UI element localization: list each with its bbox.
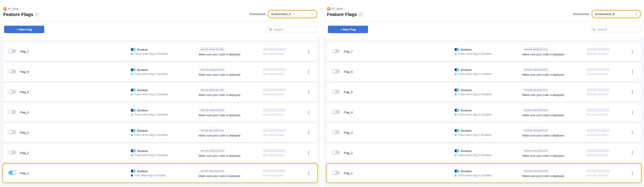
evaluations-bar xyxy=(587,48,610,51)
row-menu-button[interactable] xyxy=(632,171,633,176)
row-menu-button[interactable] xyxy=(632,69,633,74)
flag-toggle[interactable] xyxy=(332,130,340,134)
flag-type-label: Boolean xyxy=(461,149,472,152)
flag-row: Flag_5 Boolean False when flag is Disabl… xyxy=(327,83,641,101)
flag-toggle-cell xyxy=(8,130,20,135)
flag-toggle-cell xyxy=(332,49,344,54)
row-menu-button[interactable] xyxy=(632,130,633,135)
row-menu-button[interactable] xyxy=(308,110,310,115)
flag-toggle[interactable] xyxy=(8,130,16,134)
panel-environment-a: FF_Docs › Feature Flags i Environment En… xyxy=(0,0,320,187)
flag-evaluations-cell: NO EVALUATIONS xyxy=(587,88,628,96)
search-input[interactable] xyxy=(597,28,638,32)
row-menu-button[interactable] xyxy=(632,90,633,95)
flag-toggle[interactable] xyxy=(8,110,16,114)
default-rule-dot xyxy=(131,174,133,176)
flag-toggle[interactable] xyxy=(8,49,16,53)
row-menu-button[interactable] xyxy=(308,69,310,74)
flag-type-label: Boolean xyxy=(137,68,148,72)
flag-toggle[interactable] xyxy=(332,49,340,53)
evaluations-bar xyxy=(263,129,286,132)
toggle-knob xyxy=(332,110,336,114)
row-menu-button[interactable] xyxy=(308,150,310,156)
status-badge: NEVER-REQUESTED xyxy=(198,128,226,132)
boolean-type-icon xyxy=(454,129,459,132)
flag-toggle[interactable] xyxy=(332,69,340,74)
flag-toggle[interactable] xyxy=(8,150,16,154)
breadcrumb-project-link[interactable]: FF_Docs xyxy=(332,8,343,10)
flag-type-label: Boolean xyxy=(137,149,148,152)
status-badge: NEVER-REQUESTED xyxy=(198,149,226,153)
flag-toggle-cell xyxy=(332,69,344,74)
new-flag-button[interactable]: + New Flag xyxy=(4,26,44,33)
boolean-type-icon xyxy=(454,68,459,71)
environment-group: Environment Environment_B xyxy=(573,10,641,18)
info-icon[interactable]: i xyxy=(359,13,362,16)
evaluations-label: NO EVALUATIONS xyxy=(263,93,304,96)
info-icon[interactable]: i xyxy=(35,13,38,16)
search-input[interactable] xyxy=(274,28,314,32)
default-rule-dot xyxy=(454,73,457,75)
evaluations-label: NO EVALUATIONS xyxy=(587,93,628,96)
default-rule-dot xyxy=(454,154,457,156)
flag-toggle[interactable] xyxy=(8,69,16,74)
flag-toggle-cell xyxy=(332,150,344,156)
status-badge: NEVER-REQUESTED xyxy=(198,68,226,72)
evaluations-bar xyxy=(587,149,610,152)
flag-evaluations-cell: NO EVALUATIONS xyxy=(587,68,628,76)
panel-toolbar: + New Flag xyxy=(324,22,644,37)
environment-group: Environment Environment_A xyxy=(250,10,317,18)
evaluations-label: NO EVALUATIONS xyxy=(263,154,304,156)
flag-name: Flag_4 xyxy=(344,111,454,114)
flag-toggle[interactable] xyxy=(332,171,340,175)
search-box xyxy=(267,26,317,33)
environment-label: Environment xyxy=(573,12,589,16)
flag-toggle[interactable] xyxy=(8,90,16,94)
flag-type-cell: Boolean False when flag is Disabled xyxy=(131,109,198,116)
evaluations-bar xyxy=(587,129,610,132)
row-menu-button[interactable] xyxy=(632,110,633,115)
new-flag-button[interactable]: + New Flag xyxy=(328,26,368,33)
flag-row: Flag_1 Boolean False when flag is Disabl… xyxy=(327,164,641,182)
row-menu-button[interactable] xyxy=(632,150,633,156)
flag-row: Flag_6 Boolean False when flag is Disabl… xyxy=(327,62,641,81)
breadcrumb-project-link[interactable]: FF_Docs xyxy=(8,8,19,10)
default-rule-text: False when flag is Disabled xyxy=(458,154,492,157)
flag-toggle-cell xyxy=(8,150,20,156)
row-menu-button[interactable] xyxy=(308,49,310,54)
status-badge: NEVER-REQUESTED xyxy=(198,169,226,173)
status-badge: NEVER-REQUESTED xyxy=(522,108,550,112)
status-hint: Make sure your code is deployed xyxy=(522,154,587,157)
flag-row: Flag_7 Boolean False when flag is Disabl… xyxy=(327,42,641,61)
flag-name: Flag_5 xyxy=(20,90,131,94)
flag-name: Flag_1 xyxy=(20,172,131,175)
flag-type-label: Boolean xyxy=(461,48,472,51)
boolean-type-icon xyxy=(131,48,136,51)
breadcrumb-separator: › xyxy=(20,8,21,10)
status-badge: NEVER-REQUESTED xyxy=(522,149,550,153)
flag-toggle[interactable] xyxy=(332,150,340,154)
flag-row: Flag_2 Boolean False when flag is Disabl… xyxy=(3,144,317,162)
toggle-knob xyxy=(332,90,336,94)
flag-toggle[interactable] xyxy=(332,110,340,114)
row-menu-button[interactable] xyxy=(308,130,310,135)
row-menu-button[interactable] xyxy=(632,49,633,54)
flag-type-cell: Boolean False when flag is Disabled xyxy=(131,149,198,157)
environment-select[interactable]: Environment_B xyxy=(592,11,640,18)
default-rule-dot xyxy=(454,174,457,176)
environment-value: Environment_A xyxy=(272,12,291,16)
feature-flags-comparison: FF_Docs › Feature Flags i Environment En… xyxy=(0,0,644,187)
flag-toggle[interactable] xyxy=(8,171,16,175)
environment-select[interactable]: Environment_A xyxy=(268,11,316,18)
default-rule-text: False when flag is Disabled xyxy=(134,52,168,55)
row-menu-button[interactable] xyxy=(308,90,310,95)
flag-list: Flag_7 Boolean False when flag is Disabl… xyxy=(324,37,644,187)
flag-toggle[interactable] xyxy=(332,90,340,94)
flag-toggle-cell xyxy=(332,130,344,135)
boolean-type-icon xyxy=(131,109,136,112)
row-menu-button[interactable] xyxy=(308,171,310,176)
boolean-type-icon xyxy=(454,109,459,112)
search-icon xyxy=(269,28,272,31)
flag-toggle-cell xyxy=(332,90,344,94)
environment-value: Environment_B xyxy=(595,12,614,16)
